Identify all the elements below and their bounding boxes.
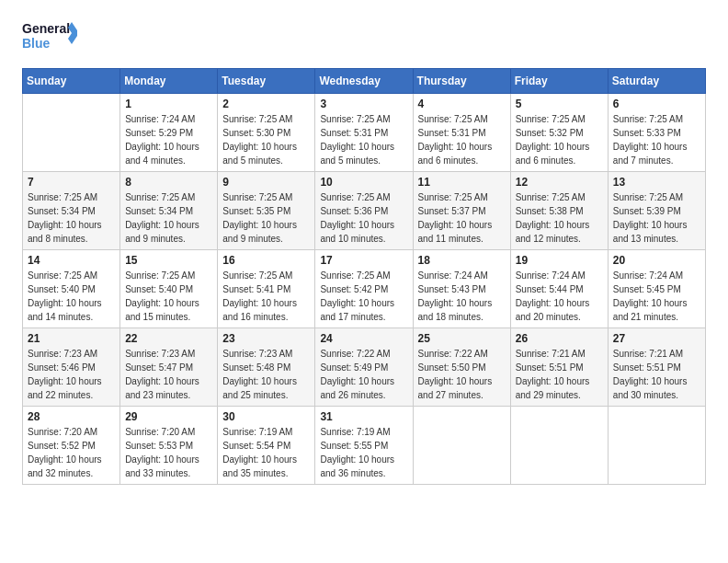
calendar-day-cell: 6Sunrise: 7:25 AM Sunset: 5:33 PM Daylig…	[608, 94, 705, 172]
calendar-day-cell: 30Sunrise: 7:19 AM Sunset: 5:54 PM Dayli…	[218, 407, 315, 485]
calendar-day-cell: 7Sunrise: 7:25 AM Sunset: 5:34 PM Daylig…	[23, 172, 120, 250]
calendar-day-cell: 18Sunrise: 7:24 AM Sunset: 5:43 PM Dayli…	[413, 250, 510, 328]
day-info: Sunrise: 7:25 AM Sunset: 5:34 PM Dayligh…	[28, 190, 115, 246]
calendar-day-cell: 20Sunrise: 7:24 AM Sunset: 5:45 PM Dayli…	[608, 250, 705, 328]
logo-svg: General Blue	[22, 18, 77, 57]
day-number: 2	[222, 98, 310, 110]
calendar-day-cell	[23, 94, 120, 172]
day-info: Sunrise: 7:25 AM Sunset: 5:41 PM Dayligh…	[222, 269, 310, 324]
day-info: Sunrise: 7:25 AM Sunset: 5:31 PM Dayligh…	[418, 112, 506, 167]
calendar-day-cell: 25Sunrise: 7:22 AM Sunset: 5:50 PM Dayli…	[413, 328, 510, 407]
calendar-day-cell: 17Sunrise: 7:25 AM Sunset: 5:42 PM Dayli…	[315, 250, 413, 328]
day-info: Sunrise: 7:25 AM Sunset: 5:37 PM Dayligh…	[418, 190, 506, 246]
calendar-day-cell: 11Sunrise: 7:25 AM Sunset: 5:37 PM Dayli…	[413, 172, 510, 250]
day-number: 7	[28, 176, 115, 189]
header: General Blue	[22, 18, 706, 57]
day-number: 23	[222, 332, 310, 345]
day-number: 31	[320, 410, 407, 423]
day-info: Sunrise: 7:20 AM Sunset: 5:53 PM Dayligh…	[125, 425, 212, 480]
day-number: 14	[28, 254, 115, 267]
day-number: 4	[418, 98, 506, 110]
header-sunday: Sunday	[23, 69, 120, 94]
day-number: 17	[320, 254, 407, 267]
calendar-day-cell: 21Sunrise: 7:23 AM Sunset: 5:46 PM Dayli…	[23, 328, 120, 407]
day-info: Sunrise: 7:25 AM Sunset: 5:30 PM Dayligh…	[222, 112, 310, 167]
header-monday: Monday	[120, 69, 218, 94]
day-info: Sunrise: 7:25 AM Sunset: 5:42 PM Dayligh…	[320, 269, 407, 324]
day-info: Sunrise: 7:25 AM Sunset: 5:39 PM Dayligh…	[613, 190, 700, 246]
calendar-day-cell: 28Sunrise: 7:20 AM Sunset: 5:52 PM Dayli…	[23, 407, 120, 485]
day-info: Sunrise: 7:25 AM Sunset: 5:32 PM Dayligh…	[516, 112, 603, 167]
day-info: Sunrise: 7:23 AM Sunset: 5:47 PM Dayligh…	[125, 347, 212, 402]
calendar-week-row: 21Sunrise: 7:23 AM Sunset: 5:46 PM Dayli…	[23, 328, 706, 407]
day-info: Sunrise: 7:25 AM Sunset: 5:38 PM Dayligh…	[516, 190, 603, 246]
calendar-day-cell: 12Sunrise: 7:25 AM Sunset: 5:38 PM Dayli…	[510, 172, 608, 250]
calendar-table: SundayMondayTuesdayWednesdayThursdayFrid…	[22, 68, 706, 485]
day-number: 9	[222, 176, 310, 189]
calendar-day-cell: 31Sunrise: 7:19 AM Sunset: 5:55 PM Dayli…	[315, 407, 413, 485]
calendar-day-cell: 27Sunrise: 7:21 AM Sunset: 5:51 PM Dayli…	[608, 328, 705, 407]
calendar-day-cell: 2Sunrise: 7:25 AM Sunset: 5:30 PM Daylig…	[218, 94, 315, 172]
calendar-week-row: 7Sunrise: 7:25 AM Sunset: 5:34 PM Daylig…	[23, 172, 706, 250]
day-number: 19	[516, 254, 603, 267]
calendar-day-cell: 8Sunrise: 7:25 AM Sunset: 5:34 PM Daylig…	[120, 172, 218, 250]
calendar-day-cell: 23Sunrise: 7:23 AM Sunset: 5:48 PM Dayli…	[218, 328, 315, 407]
calendar-day-cell: 5Sunrise: 7:25 AM Sunset: 5:32 PM Daylig…	[510, 94, 608, 172]
day-info: Sunrise: 7:22 AM Sunset: 5:49 PM Dayligh…	[320, 347, 407, 402]
calendar-day-cell: 3Sunrise: 7:25 AM Sunset: 5:31 PM Daylig…	[315, 94, 413, 172]
day-number: 10	[320, 176, 407, 189]
header-tuesday: Tuesday	[218, 69, 315, 94]
day-number: 6	[613, 98, 700, 110]
day-number: 15	[125, 254, 212, 267]
calendar-day-cell: 15Sunrise: 7:25 AM Sunset: 5:40 PM Dayli…	[120, 250, 218, 328]
calendar-day-cell: 13Sunrise: 7:25 AM Sunset: 5:39 PM Dayli…	[608, 172, 705, 250]
calendar-day-cell: 14Sunrise: 7:25 AM Sunset: 5:40 PM Dayli…	[23, 250, 120, 328]
day-number: 11	[418, 176, 506, 189]
day-info: Sunrise: 7:19 AM Sunset: 5:54 PM Dayligh…	[222, 425, 310, 480]
day-info: Sunrise: 7:25 AM Sunset: 5:31 PM Dayligh…	[320, 112, 407, 167]
day-info: Sunrise: 7:24 AM Sunset: 5:44 PM Dayligh…	[516, 269, 603, 324]
calendar-day-cell	[413, 407, 510, 485]
day-number: 12	[516, 176, 603, 189]
day-info: Sunrise: 7:22 AM Sunset: 5:50 PM Dayligh…	[418, 347, 506, 402]
day-number: 8	[125, 176, 212, 189]
day-info: Sunrise: 7:24 AM Sunset: 5:43 PM Dayligh…	[418, 269, 506, 324]
calendar-day-cell: 24Sunrise: 7:22 AM Sunset: 5:49 PM Dayli…	[315, 328, 413, 407]
calendar-day-cell: 1Sunrise: 7:24 AM Sunset: 5:29 PM Daylig…	[120, 94, 218, 172]
day-info: Sunrise: 7:24 AM Sunset: 5:29 PM Dayligh…	[125, 112, 212, 167]
calendar-day-cell	[608, 407, 705, 485]
day-number: 20	[613, 254, 700, 267]
day-number: 28	[28, 410, 115, 423]
day-number: 26	[516, 332, 603, 345]
day-info: Sunrise: 7:24 AM Sunset: 5:45 PM Dayligh…	[613, 269, 700, 324]
calendar-day-cell: 16Sunrise: 7:25 AM Sunset: 5:41 PM Dayli…	[218, 250, 315, 328]
calendar-week-row: 1Sunrise: 7:24 AM Sunset: 5:29 PM Daylig…	[23, 94, 706, 172]
day-number: 5	[516, 98, 603, 110]
day-number: 27	[613, 332, 700, 345]
calendar-day-cell: 26Sunrise: 7:21 AM Sunset: 5:51 PM Dayli…	[510, 328, 608, 407]
day-info: Sunrise: 7:25 AM Sunset: 5:33 PM Dayligh…	[613, 112, 700, 167]
day-info: Sunrise: 7:25 AM Sunset: 5:35 PM Dayligh…	[222, 190, 310, 246]
logo: General Blue	[22, 18, 77, 57]
day-number: 18	[418, 254, 506, 267]
calendar-day-cell: 22Sunrise: 7:23 AM Sunset: 5:47 PM Dayli…	[120, 328, 218, 407]
day-number: 22	[125, 332, 212, 345]
header-wednesday: Wednesday	[315, 69, 413, 94]
calendar-day-cell	[510, 407, 608, 485]
calendar-day-cell: 9Sunrise: 7:25 AM Sunset: 5:35 PM Daylig…	[218, 172, 315, 250]
header-saturday: Saturday	[608, 69, 705, 94]
day-info: Sunrise: 7:23 AM Sunset: 5:48 PM Dayligh…	[222, 347, 310, 402]
day-number: 29	[125, 410, 212, 423]
calendar-day-cell: 19Sunrise: 7:24 AM Sunset: 5:44 PM Dayli…	[510, 250, 608, 328]
calendar-header-row: SundayMondayTuesdayWednesdayThursdayFrid…	[23, 69, 706, 94]
calendar-day-cell: 10Sunrise: 7:25 AM Sunset: 5:36 PM Dayli…	[315, 172, 413, 250]
day-info: Sunrise: 7:23 AM Sunset: 5:46 PM Dayligh…	[28, 347, 115, 402]
day-number: 13	[613, 176, 700, 189]
header-friday: Friday	[510, 69, 608, 94]
day-number: 3	[320, 98, 407, 110]
calendar-week-row: 28Sunrise: 7:20 AM Sunset: 5:52 PM Dayli…	[23, 407, 706, 485]
day-info: Sunrise: 7:25 AM Sunset: 5:40 PM Dayligh…	[28, 269, 115, 324]
calendar-day-cell: 29Sunrise: 7:20 AM Sunset: 5:53 PM Dayli…	[120, 407, 218, 485]
day-info: Sunrise: 7:20 AM Sunset: 5:52 PM Dayligh…	[28, 425, 115, 480]
day-number: 21	[28, 332, 115, 345]
